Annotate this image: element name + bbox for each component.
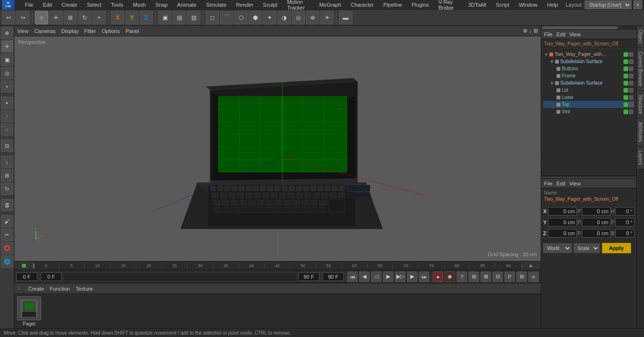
viewport-options-menu[interactable]: Options [102, 28, 120, 34]
menu-tools[interactable]: Tools [109, 1, 125, 9]
obj-item-root[interactable]: ▼ Two_Way_Pager_with_Screen_Off [543, 51, 634, 58]
spline-btn[interactable]: ⌒ [220, 11, 233, 24]
next-frame-btn[interactable]: ▶ [407, 272, 417, 282]
object-btn[interactable]: ◻ [206, 11, 219, 24]
bottom-texture-menu[interactable]: Texture [76, 286, 93, 292]
obj-lock-lid[interactable] [629, 88, 633, 93]
obj-lock-loaw[interactable] [629, 95, 633, 100]
sidebar-knife[interactable]: ✂ [1, 228, 13, 241]
play-back-btn[interactable]: ◁ [371, 272, 382, 282]
undo-btn[interactable]: ↩ [2, 11, 15, 24]
floor-btn[interactable]: ▬ [339, 11, 352, 24]
coord-h-input[interactable] [615, 207, 634, 216]
menu-3dtoall[interactable]: 3DToAll [466, 1, 488, 9]
obj-item-buttons[interactable]: Buttons [543, 65, 634, 72]
menu-script[interactable]: Script [494, 1, 511, 9]
obj-item-subdiv2[interactable]: ▼ Subdivision Surface [543, 79, 634, 87]
coord-z-input[interactable] [548, 229, 577, 238]
obj-eye-top[interactable] [623, 102, 628, 107]
viewport-ctrl-3[interactable]: ⊞ [534, 28, 538, 34]
camera-btn[interactable]: ⊕ [306, 11, 319, 24]
sidebar-edges[interactable]: / [1, 110, 13, 122]
obj-lock-root[interactable] [629, 52, 633, 57]
obj-scrollbar-thumb[interactable] [542, 26, 618, 29]
sidebar-polys[interactable]: □ [1, 123, 13, 136]
x-axis-btn[interactable]: X [111, 11, 124, 24]
timeline-playhead[interactable] [33, 263, 34, 268]
attr-view-menu[interactable]: View [569, 181, 581, 186]
viewport-cameras-menu[interactable]: Cameras [34, 28, 56, 34]
move-tool[interactable]: ✛ [49, 11, 63, 24]
motion-clip3-btn[interactable]: ⊟ [492, 272, 503, 282]
obj-eye-buttons[interactable] [623, 66, 628, 71]
frame-end2-input[interactable] [323, 272, 344, 281]
obj-lock-top[interactable] [629, 102, 633, 107]
attr-file-menu[interactable]: File [544, 181, 553, 186]
field-btn[interactable]: ◑ [277, 11, 291, 24]
menu-pipeline[interactable]: Pipeline [382, 1, 404, 9]
render-settings-btn[interactable]: ▤ [173, 11, 186, 24]
menu-render[interactable]: Render [234, 1, 255, 9]
record-btn[interactable]: ● [433, 272, 443, 282]
first-frame-btn[interactable]: ⏮ [347, 272, 358, 282]
coord-b-input[interactable] [615, 229, 634, 238]
obj-item-top[interactable]: Top [543, 101, 634, 108]
texture-item[interactable]: Pager [17, 296, 41, 326]
sidebar-texture[interactable]: ▣ [1, 54, 13, 66]
viewport-ctrl-2[interactable]: ↓ [529, 28, 532, 34]
motion-clip-btn[interactable]: ⊞ [469, 272, 479, 282]
coord-px-input[interactable] [582, 207, 611, 216]
redo-btn[interactable]: ↪ [16, 11, 30, 24]
obj-lock-buttons[interactable] [629, 66, 633, 71]
obj-item-loaw[interactable]: Loaw [543, 94, 634, 101]
menu-simulate[interactable]: Simulate [204, 1, 229, 9]
rotate-tool[interactable]: ↻ [78, 11, 91, 24]
obj-lock-frame[interactable] [629, 74, 633, 78]
menu-mesh[interactable]: Mesh [131, 1, 148, 9]
sidebar-bp[interactable]: + [1, 80, 13, 93]
menu-snap[interactable]: Snap [153, 1, 170, 9]
menu-window[interactable]: Window [517, 1, 539, 9]
viewport-display-menu[interactable]: Display [61, 28, 78, 34]
timeline-track[interactable] [63, 272, 297, 281]
menu-character[interactable]: Character [349, 1, 376, 9]
bottom-function-menu[interactable]: Function [50, 286, 70, 292]
obj-eye-subdiv2[interactable] [623, 81, 628, 86]
motion-clip5-btn[interactable]: ⊞ [516, 272, 527, 282]
effector-btn[interactable]: ✦ [263, 11, 276, 24]
obj-lock-subdiv1[interactable] [629, 59, 633, 64]
coord-p-input[interactable] [615, 218, 634, 227]
obj-file-menu[interactable]: File [544, 32, 553, 37]
sidebar-world[interactable]: 🌐 [1, 255, 13, 268]
obj-eye-root[interactable] [623, 52, 628, 57]
z-axis-btn[interactable]: Z [140, 11, 153, 24]
sidebar-snap[interactable]: ⊟ [1, 140, 13, 152]
play-forward-btn[interactable]: ▶▷ [395, 272, 405, 282]
obj-lock-vint[interactable] [629, 109, 633, 114]
viewport-3d[interactable]: X Y Z Perspective Grid Spacing : 10 cm [14, 36, 541, 261]
obj-eye-vint[interactable] [623, 109, 628, 114]
obj-lock-subdiv2[interactable] [629, 81, 633, 86]
menu-help[interactable]: Help [545, 1, 560, 9]
y-axis-btn[interactable]: Y [125, 11, 139, 24]
motion-clip4-btn[interactable]: P [504, 272, 515, 282]
menu-select[interactable]: Select [85, 1, 104, 9]
vtab-structure[interactable]: Structure [637, 91, 644, 119]
world-select[interactable]: World Object [543, 243, 572, 253]
viewport-view-menu[interactable]: View [17, 28, 29, 34]
coord-x-input[interactable] [548, 207, 577, 216]
layout-dropdown[interactable]: Startup [User] [585, 0, 632, 9]
viewport-filter-menu[interactable]: Filter [84, 28, 96, 34]
sidebar-loop[interactable]: ⭕ [1, 242, 13, 254]
menu-plugins[interactable]: Plugins [410, 1, 431, 9]
vtab-current-browser[interactable]: Current Browser [637, 48, 644, 91]
obj-item-subdiv1[interactable]: ▼ Subdivision Surface [543, 58, 634, 65]
sidebar-scale2[interactable]: ⊞ [1, 169, 13, 182]
add-tool[interactable]: + [92, 11, 106, 24]
menu-mograph[interactable]: MoGraph [317, 1, 343, 9]
light-btn[interactable]: ☀ [320, 11, 334, 24]
viewport-ctrl-1[interactable]: ⊕ [523, 28, 527, 34]
coord-py-input[interactable] [582, 218, 611, 227]
scale-select[interactable]: Scale [574, 243, 600, 253]
coord-pz-input[interactable] [582, 229, 611, 238]
